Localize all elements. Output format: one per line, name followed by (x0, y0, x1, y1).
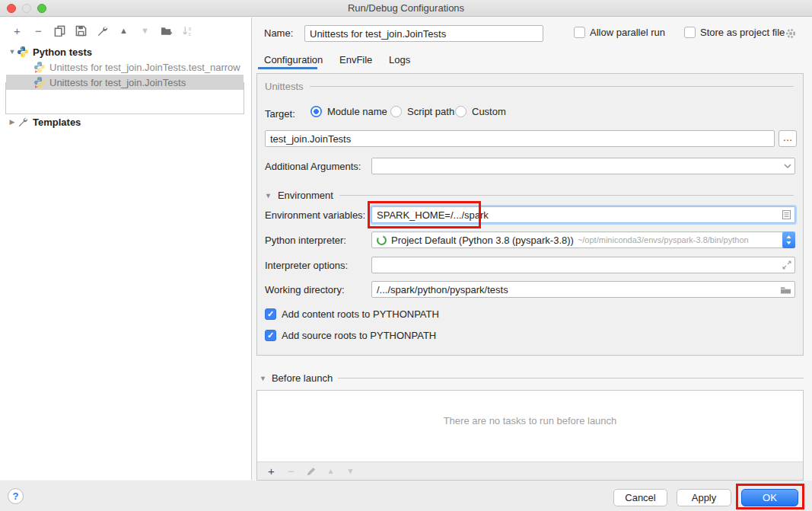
move-down-icon: ▼ (139, 24, 151, 37)
new-folder-icon[interactable] (160, 24, 173, 37)
radio-module-name[interactable]: Module name (310, 106, 387, 117)
edit-templates-icon[interactable] (96, 24, 109, 37)
name-field-wrap (304, 25, 543, 42)
active-tab-indicator (258, 67, 317, 69)
python-interpreter-label: Python interpreter: (265, 235, 346, 246)
radio-selected-icon[interactable] (310, 106, 322, 117)
add-configuration-icon[interactable]: + (11, 24, 24, 37)
environment-variables-input[interactable] (372, 207, 782, 222)
gear-icon[interactable] (785, 27, 797, 40)
radio-custom[interactable]: Custom (455, 106, 506, 117)
additional-arguments-label: Additional Arguments: (265, 161, 361, 172)
target-module-input[interactable] (266, 131, 774, 146)
interpreter-options-field (371, 257, 795, 273)
tab-logs[interactable]: Logs (389, 54, 410, 65)
before-launch-toolbar: + − ▲ ▼ (257, 461, 803, 480)
python-interpreter-path: ~/opt/miniconda3/envs/pyspark-3.8/bin/py… (578, 235, 782, 244)
sort-alphabetically-icon: az (181, 24, 194, 37)
close-window-button[interactable] (7, 4, 16, 13)
expand-icon[interactable] (782, 260, 791, 270)
environment-section-title: Environment (278, 190, 333, 201)
tree-item-label: Python tests (33, 46, 92, 58)
move-task-down-icon: ▼ (344, 465, 357, 477)
before-launch-empty-text: There are no tasks to run before launch (257, 415, 803, 426)
unittests-group-header: Unittests (265, 81, 794, 92)
tree-item-label: Unittests for test_join.JoinTests.test_n… (49, 62, 240, 73)
folder-icon[interactable] (780, 285, 791, 295)
help-button[interactable]: ? (8, 488, 24, 504)
working-directory-label: Working directory: (265, 284, 345, 295)
unittests-group-title: Unittests (265, 81, 304, 92)
add-source-roots-label: Add source roots to PYTHONPATH (282, 330, 436, 341)
save-configuration-icon[interactable] (75, 24, 88, 37)
additional-arguments-field (371, 158, 795, 174)
divider (339, 195, 794, 196)
name-label: Name: (264, 27, 293, 39)
edit-variables-icon[interactable] (782, 209, 791, 220)
before-launch-section-header[interactable]: ▼ Before launch (260, 372, 804, 384)
add-content-roots-label: Add content roots to PYTHONPATH (282, 308, 439, 320)
radio-label: Script path (407, 106, 454, 117)
move-up-icon[interactable]: ▲ (117, 24, 130, 37)
checkbox-unchecked-icon[interactable] (574, 27, 585, 38)
tree-item-unittests-jointests[interactable]: Unittests for test_join.JoinTests (6, 75, 244, 90)
python-interpreter-combo[interactable]: Project Default (Python 3.8 (pyspark-3.8… (371, 232, 795, 248)
radio-label: Custom (472, 106, 506, 117)
checkbox-unchecked-icon[interactable] (684, 27, 696, 38)
python-test-icon (33, 61, 46, 73)
tree-item-label: Unittests for test_join.JoinTests (49, 77, 186, 88)
add-task-icon[interactable]: + (265, 465, 278, 477)
before-launch-panel: There are no tasks to run before launch … (256, 390, 804, 481)
add-content-roots-checkbox[interactable]: ✓ Add content roots to PYTHONPATH (265, 308, 439, 320)
checkbox-checked-icon[interactable]: ✓ (265, 308, 276, 320)
caret-down-icon[interactable]: ▼ (8, 48, 17, 56)
caret-down-icon[interactable]: ▼ (260, 375, 266, 382)
cancel-button[interactable]: Cancel (613, 489, 667, 506)
name-input[interactable] (304, 25, 543, 42)
before-launch-title: Before launch (272, 372, 333, 384)
minimize-window-button (22, 4, 31, 13)
ok-button[interactable]: OK (741, 489, 798, 506)
copy-configuration-icon[interactable] (53, 24, 66, 37)
tab-envfile[interactable]: EnvFile (339, 54, 372, 65)
divider (338, 378, 804, 378)
allow-parallel-run-label: Allow parallel run (590, 27, 665, 38)
svg-text:a: a (188, 25, 191, 30)
environment-section-header[interactable]: ▼ Environment (265, 190, 794, 201)
working-directory-input[interactable] (372, 282, 780, 297)
sidebar-toolbar: + − ▲ ▼ az (11, 24, 194, 37)
tab-configuration[interactable]: Configuration (264, 54, 323, 65)
move-task-up-icon: ▲ (324, 465, 337, 477)
radio-unselected-icon[interactable] (455, 106, 467, 117)
radio-script-path[interactable]: Script path (390, 106, 454, 117)
caret-down-icon[interactable]: ▼ (265, 192, 272, 200)
svg-text:z: z (188, 31, 190, 37)
apply-button[interactable]: Apply (677, 489, 731, 506)
add-source-roots-checkbox[interactable]: ✓ Add source roots to PYTHONPATH (265, 330, 436, 341)
combo-stepper-icon[interactable] (782, 232, 795, 248)
zoom-window-button[interactable] (37, 4, 46, 13)
radio-unselected-icon[interactable] (390, 106, 402, 117)
tree-item-unittests-narrow[interactable]: Unittests for test_join.JoinTests.test_n… (0, 59, 251, 75)
edit-task-icon (304, 465, 317, 477)
wrench-icon (17, 116, 29, 128)
interpreter-options-label: Interpreter options: (265, 260, 348, 271)
working-directory-field (371, 281, 795, 298)
browse-button[interactable]: … (779, 130, 797, 147)
tree-item-templates[interactable]: ▶ Templates (0, 114, 251, 129)
caret-right-icon[interactable]: ▶ (8, 118, 17, 126)
additional-arguments-input[interactable] (372, 158, 784, 174)
tree-item-python-tests[interactable]: ▼ Python tests (0, 44, 251, 59)
configurations-sidebar: + − ▲ ▼ az ▼ Python tests (0, 18, 252, 480)
remove-configuration-icon[interactable]: − (32, 24, 45, 37)
store-as-project-file-checkbox[interactable]: Store as project file (684, 27, 785, 38)
environment-variables-field (371, 206, 795, 223)
allow-parallel-run-checkbox[interactable]: Allow parallel run (574, 27, 665, 38)
remove-task-icon: − (285, 465, 298, 477)
interpreter-options-input[interactable] (372, 257, 782, 273)
title-bar: Run/Debug Configurations (0, 0, 812, 17)
divider (310, 86, 794, 87)
chevron-down-icon[interactable] (784, 163, 791, 169)
checkbox-checked-icon[interactable]: ✓ (265, 330, 276, 341)
target-module-field (265, 130, 775, 147)
